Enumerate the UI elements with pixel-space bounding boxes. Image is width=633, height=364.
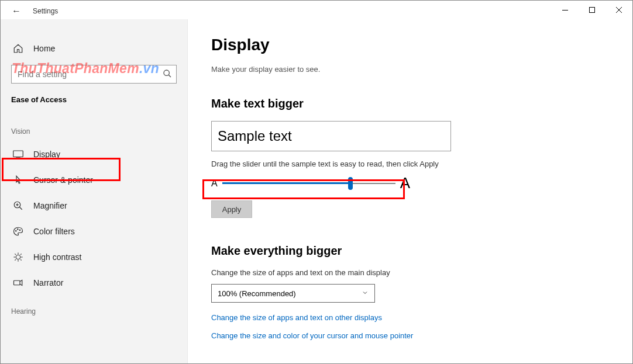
close-button[interactable] xyxy=(606,1,632,19)
everything-desc: Change the size of apps and text on the … xyxy=(211,268,609,277)
page-title: Display xyxy=(211,36,609,54)
section-make-text-bigger: Make text bigger xyxy=(211,97,609,110)
svg-line-21 xyxy=(20,259,22,261)
sidebar: Home Ease of Access Vision Display xyxy=(1,19,188,363)
group-vision-label: Vision xyxy=(1,116,187,141)
svg-rect-6 xyxy=(13,151,23,157)
svg-point-13 xyxy=(18,229,19,230)
sample-text: Sample text xyxy=(218,128,292,144)
home-label: Home xyxy=(33,44,55,53)
sidebar-item-label: Narrator xyxy=(33,278,63,287)
sidebar-item-high-contrast[interactable]: High contrast xyxy=(1,244,187,270)
search-input[interactable] xyxy=(11,65,177,84)
search-icon xyxy=(163,69,172,81)
svg-line-20 xyxy=(15,254,16,255)
home-button[interactable]: Home xyxy=(1,37,187,60)
svg-line-22 xyxy=(15,259,16,261)
chevron-down-icon xyxy=(362,289,369,298)
page-subtitle: Make your display easier to see. xyxy=(211,65,609,74)
svg-rect-24 xyxy=(14,280,20,285)
link-cursor-pointer[interactable]: Change the size and color of your cursor… xyxy=(211,331,609,340)
svg-line-9 xyxy=(19,207,22,210)
contrast-icon xyxy=(12,251,24,263)
sidebar-item-magnifier[interactable]: Magnifier xyxy=(1,193,187,219)
category-title: Ease of Access xyxy=(1,92,187,116)
annotation-highlight-display xyxy=(2,158,121,181)
svg-point-14 xyxy=(19,230,20,231)
group-hearing-label: Hearing xyxy=(1,296,187,321)
sidebar-item-color-filters[interactable]: Color filters xyxy=(1,219,187,244)
svg-point-4 xyxy=(164,70,169,75)
sidebar-item-label: Magnifier xyxy=(33,201,67,210)
link-other-displays[interactable]: Change the size of apps and text on othe… xyxy=(211,313,609,322)
annotation-highlight-slider xyxy=(202,179,405,199)
titlebar: ← Settings xyxy=(1,1,632,19)
dropdown-value: 100% (Recommended) xyxy=(218,289,296,298)
svg-rect-1 xyxy=(590,8,595,13)
section-make-everything-bigger: Make everything bigger xyxy=(211,244,609,258)
magnifier-icon xyxy=(12,200,24,212)
narrator-icon xyxy=(12,277,24,289)
sample-text-box: Sample text xyxy=(211,121,451,151)
minimize-button[interactable] xyxy=(552,1,579,19)
svg-point-12 xyxy=(16,231,17,232)
slider-hint: Drag the slider until the sample text is… xyxy=(211,160,609,168)
scale-dropdown[interactable]: 100% (Recommended) xyxy=(211,284,375,303)
sidebar-item-narrator[interactable]: Narrator xyxy=(1,270,187,296)
palette-icon xyxy=(12,226,24,237)
back-button[interactable]: ← xyxy=(12,6,21,16)
sidebar-item-label: Color filters xyxy=(33,227,75,236)
apply-button[interactable]: Apply xyxy=(211,200,252,218)
home-icon xyxy=(12,43,24,54)
svg-line-5 xyxy=(168,75,171,77)
maximize-button[interactable] xyxy=(579,1,606,19)
svg-line-23 xyxy=(20,254,22,255)
window-title: Settings xyxy=(33,7,58,15)
sidebar-item-label: High contrast xyxy=(33,252,81,262)
svg-point-15 xyxy=(16,255,20,259)
